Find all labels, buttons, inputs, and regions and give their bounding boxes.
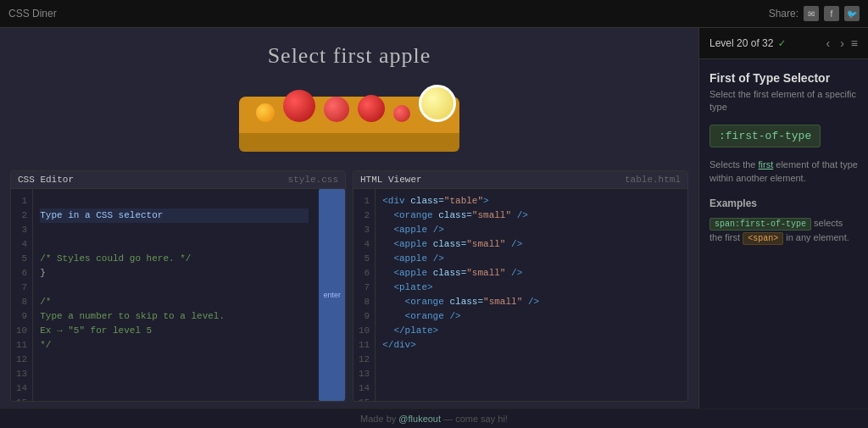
selector-desc: Select the first element of a specific t… [709,88,858,114]
email-icon[interactable]: ✉ [804,6,819,21]
example-text: span:first-of-type selects the first <sp… [709,216,858,245]
css-file-label: style.css [288,175,338,185]
page-title: Select first apple [0,43,698,69]
twitter-icon[interactable]: 🐦 [844,6,860,21]
title-area: Select first apple [0,28,698,77]
html-viewer-body: 12345 678910 1112131415 1617181920 <div … [353,189,687,401]
example-code: span:first-of-type [709,218,811,231]
facebook-icon[interactable]: f [824,6,839,21]
menu-button[interactable]: ≡ [851,36,858,50]
html-code-content: <div class="table"> <orange class="small… [376,189,687,401]
example-end: in any element. [783,232,849,242]
items-row [256,85,456,122]
css-editor-tab: CSS Editor [18,175,74,185]
html-line-numbers: 12345 678910 1112131415 1617181920 [353,189,376,401]
selector-name: First of Type Selector [709,71,858,85]
footer: Made by @flukeout — come say hi! [0,409,868,428]
apple-orange-small [256,103,275,122]
footer-link[interactable]: @flukeout [398,414,441,424]
right-panel: Level 20 of 32 ✓ ‹ › ≡ First of Type Sel… [698,28,868,409]
enter-button[interactable]: enter [319,189,345,401]
selector-detail-highlight: first [758,159,773,170]
right-content: First of Type Selector Select the first … [699,59,868,409]
html-viewer-panel: HTML Viewer table.html 12345 678910 1112… [353,170,688,402]
apple-red-medium [324,97,349,122]
brand-label: CSS Diner [8,8,57,19]
selector-badge: :first-of-type [709,125,821,147]
footer-text2: — come say hi! [441,414,508,424]
css-editor-header: CSS Editor style.css [11,171,345,189]
check-icon: ✓ [778,36,785,50]
center-panel: Select first apple [0,28,698,409]
share-label: Share: [769,8,798,19]
selector-detail: Selects the first element of that type w… [709,158,858,186]
css-code-content[interactable]: Type in a CSS selector /* Styles could g… [33,189,315,401]
apple-red-medium2 [358,95,385,122]
css-editor-body: 12345 678910 1112131415 1617181920 Type … [11,189,345,401]
css-line-numbers: 12345 678910 1112131415 1617181920 [11,189,33,401]
platter-side [239,133,459,152]
level-text: Level 20 of 32 [709,37,773,49]
footer-text: Made by [360,414,398,424]
apple-yellow-plate [419,85,456,122]
nav-icons: ‹ › ≡ [822,35,858,52]
apple-red-small [393,105,410,122]
platter [239,92,459,152]
html-file-label: table.html [625,175,681,185]
selector-detail-pre: Selects the [709,159,758,170]
diner-scene [0,77,698,170]
top-bar: CSS Diner Share: ✉ f 🐦 [0,0,868,28]
html-viewer-header: HTML Viewer table.html [353,171,687,189]
apple-red-large [283,90,315,122]
prev-level-button[interactable]: ‹ [822,35,833,52]
example-code2: <span> [743,232,783,245]
main-layout: Select first apple [0,28,868,409]
editors-area: CSS Editor style.css 12345 678910 111213… [0,170,698,409]
examples-label: Examples [709,197,858,209]
css-editor-panel: CSS Editor style.css 12345 678910 111213… [10,170,346,402]
share-area: Share: ✉ f 🐦 [769,6,860,21]
level-header: Level 20 of 32 ✓ ‹ › ≡ [699,28,868,59]
html-viewer-tab: HTML Viewer [360,175,422,185]
level-info: Level 20 of 32 ✓ [709,36,785,50]
next-level-button[interactable]: › [837,35,848,52]
